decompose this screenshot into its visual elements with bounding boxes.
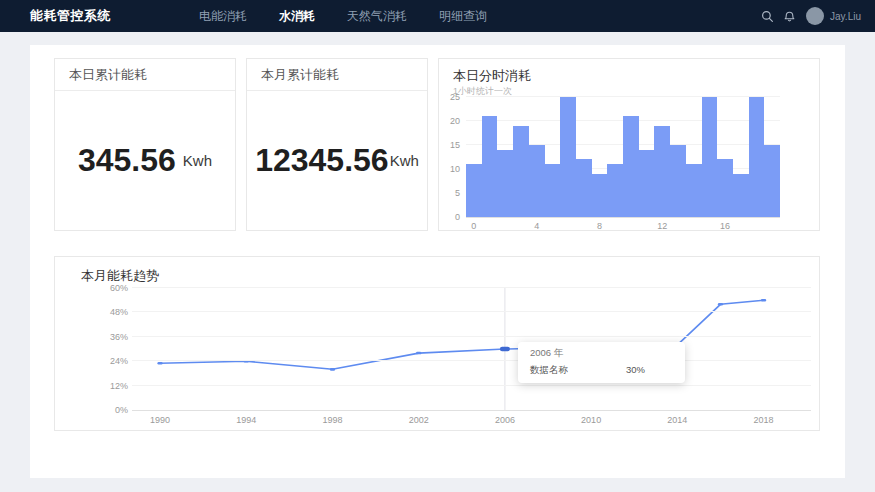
trend-y-tick-label: 12%	[110, 381, 128, 391]
nav-item[interactable]: 天然气消耗	[331, 0, 423, 32]
card-hourly-consumption: 本日分时消耗 1小时统计一次 0510152025 0481216	[438, 58, 820, 231]
card-month-body: 12345.56 Kwh	[247, 91, 427, 230]
today-unit: Kwh	[183, 152, 212, 169]
gridline	[132, 385, 811, 386]
bar-x-tick-label: 4	[534, 221, 539, 231]
bar[interactable]	[764, 145, 780, 217]
month-value: 12345.56	[255, 142, 388, 179]
gridline	[132, 336, 811, 337]
gridline	[466, 96, 780, 97]
bar-y-tick-label: 0	[455, 212, 460, 222]
card-month-total: 本月累计能耗 12345.56 Kwh	[246, 58, 428, 231]
trend-y-tick-label: 36%	[110, 332, 128, 342]
trend-x-tick-label: 1990	[150, 415, 170, 425]
bar[interactable]	[560, 97, 576, 217]
bar[interactable]	[717, 159, 733, 217]
card-monthly-trend: 本月能耗趋势 0%12%24%36%48%60% 2006 年 数据名称 30%…	[54, 256, 820, 431]
trend-y-tick-label: 0%	[115, 405, 128, 415]
bar-y-tick-label: 10	[450, 164, 460, 174]
bar-x-tick-label: 8	[597, 221, 602, 231]
bar[interactable]	[733, 174, 749, 217]
bar[interactable]	[466, 164, 482, 217]
search-icon[interactable]	[761, 10, 774, 23]
bar[interactable]	[529, 145, 545, 217]
card-today-total: 本日累计能耗 345.56 Kwh	[54, 58, 236, 231]
trend-y-tick-label: 48%	[110, 307, 128, 317]
nav-menu: 电能消耗水消耗天然气消耗明细查询	[183, 0, 503, 32]
cards-row: 本日累计能耗 345.56 Kwh 本月累计能耗 12345.56 Kwh 本日…	[54, 58, 820, 231]
gridline	[132, 360, 811, 361]
tooltip-title: 2006 年	[530, 347, 673, 360]
gridline	[132, 311, 811, 312]
bar-y-tick-label: 5	[455, 188, 460, 198]
hourly-chart-title: 本日分时消耗	[453, 67, 531, 85]
bar[interactable]	[607, 164, 623, 217]
trend-x-tick-label: 2018	[754, 415, 774, 425]
tooltip-value: 30%	[626, 364, 645, 377]
trend-x-tick-label: 2010	[581, 415, 601, 425]
trend-x-tick-label: 2002	[409, 415, 429, 425]
data-point-emphasis[interactable]	[500, 347, 510, 352]
bar[interactable]	[670, 145, 686, 217]
bar-chart-plot[interactable]	[466, 97, 780, 218]
data-point[interactable]	[761, 299, 766, 302]
card-today-body: 345.56 Kwh	[55, 91, 235, 230]
today-value: 345.56	[78, 142, 176, 179]
avatar[interactable]	[806, 7, 824, 25]
trend-x-axis: 19901994199820022006201020142018	[132, 415, 811, 427]
card-month-title: 本月累计能耗	[247, 59, 427, 91]
page: 能耗管控系统 电能消耗水消耗天然气消耗明细查询 Jay.Liu 本日累计能	[0, 0, 875, 492]
bar[interactable]	[702, 97, 718, 217]
data-point[interactable]	[718, 303, 723, 306]
bell-icon[interactable]	[783, 10, 796, 23]
nav-item[interactable]: 水消耗	[263, 0, 331, 32]
bar[interactable]	[592, 174, 608, 217]
bar[interactable]	[513, 126, 529, 217]
line-chart-plot[interactable]: 2006 年 数据名称 30%	[132, 288, 811, 411]
trend-x-tick-label: 1998	[322, 415, 342, 425]
trend-x-tick-label: 1994	[236, 415, 256, 425]
bar[interactable]	[497, 150, 513, 217]
user-name[interactable]: Jay.Liu	[830, 11, 861, 22]
top-nav: 能耗管控系统 电能消耗水消耗天然气消耗明细查询 Jay.Liu	[0, 0, 875, 32]
bar-y-tick-label: 25	[450, 92, 460, 102]
bar[interactable]	[686, 164, 702, 217]
tooltip-series-label: 数据名称	[530, 364, 568, 377]
nav-right: Jay.Liu	[752, 7, 861, 25]
bar-x-tick-label: 16	[720, 221, 730, 231]
nav-item[interactable]: 电能消耗	[183, 0, 263, 32]
trend-x-tick-label: 2014	[667, 415, 687, 425]
bar[interactable]	[576, 159, 592, 217]
trend-x-tick-label: 2006	[495, 415, 515, 425]
bar-x-tick-label: 12	[657, 221, 667, 231]
bar-y-tick-label: 20	[450, 116, 460, 126]
content-panel: 本日累计能耗 345.56 Kwh 本月累计能耗 12345.56 Kwh 本日…	[30, 45, 845, 478]
trend-y-axis: 0%12%24%36%48%60%	[55, 288, 128, 410]
bar[interactable]	[623, 116, 639, 217]
bar[interactable]	[545, 164, 561, 217]
gridline	[132, 287, 811, 288]
data-point[interactable]	[416, 352, 421, 355]
data-point[interactable]	[330, 368, 335, 371]
bar-x-axis: 0481216	[466, 221, 780, 233]
tooltip-row: 数据名称 30%	[530, 364, 673, 377]
data-point[interactable]	[157, 362, 162, 365]
bar-y-axis: 0510152025	[439, 97, 462, 217]
bar-x-tick-label: 0	[471, 221, 476, 231]
bar[interactable]	[482, 116, 498, 217]
bar[interactable]	[639, 150, 655, 217]
trend-y-tick-label: 60%	[110, 283, 128, 293]
chart-tooltip: 2006 年 数据名称 30%	[518, 342, 685, 383]
month-unit: Kwh	[390, 152, 419, 169]
nav-item[interactable]: 明细查询	[423, 0, 503, 32]
bar[interactable]	[654, 126, 670, 217]
card-today-title: 本日累计能耗	[55, 59, 235, 91]
bar[interactable]	[749, 97, 765, 217]
trend-line-svg	[132, 288, 811, 410]
trend-y-tick-label: 24%	[110, 356, 128, 366]
app-title: 能耗管控系统	[30, 7, 111, 25]
bar-y-tick-label: 15	[450, 140, 460, 150]
